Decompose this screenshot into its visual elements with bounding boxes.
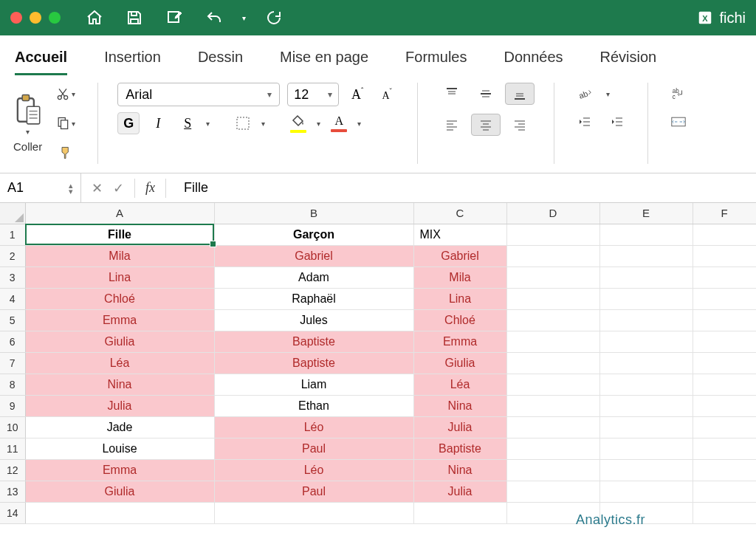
cell[interactable] bbox=[506, 374, 599, 395]
cell[interactable]: Mila bbox=[413, 266, 506, 288]
cell[interactable]: Nina bbox=[413, 395, 506, 416]
namebox-stepper-icon[interactable]: ▴▾ bbox=[69, 182, 73, 194]
underline-button[interactable]: S bbox=[176, 112, 199, 134]
cell[interactable]: Giulia bbox=[413, 352, 506, 374]
cell[interactable]: Emma bbox=[25, 459, 214, 481]
cell[interactable]: Paul bbox=[214, 481, 413, 502]
cancel-formula-icon[interactable]: ✕ bbox=[92, 180, 103, 196]
column-header[interactable]: D bbox=[506, 203, 599, 224]
column-header[interactable]: F bbox=[693, 203, 756, 224]
cell[interactable] bbox=[693, 481, 756, 502]
cell[interactable]: Adam bbox=[214, 266, 413, 288]
cell[interactable] bbox=[693, 352, 756, 374]
cell[interactable] bbox=[599, 395, 693, 416]
edit-icon[interactable] bbox=[162, 7, 186, 29]
cell[interactable]: Baptiste bbox=[214, 352, 413, 374]
tab-mise-en-page[interactable]: Mise en page bbox=[280, 44, 368, 75]
merge-cells-icon[interactable] bbox=[667, 111, 690, 133]
cell[interactable] bbox=[693, 374, 756, 395]
name-box[interactable]: A1 ▴▾ bbox=[0, 173, 81, 203]
cell[interactable]: Ethan bbox=[214, 395, 413, 416]
cell[interactable]: Baptiste bbox=[214, 331, 413, 352]
column-header[interactable]: A bbox=[25, 203, 214, 224]
cell[interactable] bbox=[599, 438, 693, 459]
cell[interactable] bbox=[599, 224, 693, 245]
cell[interactable] bbox=[506, 309, 599, 331]
cell[interactable]: Jules bbox=[214, 309, 413, 331]
column-header[interactable]: E bbox=[599, 203, 693, 224]
font-color-icon[interactable]: A bbox=[328, 112, 350, 134]
fill-color-dropdown-icon[interactable]: ▾ bbox=[317, 120, 320, 128]
cell[interactable]: Nina bbox=[413, 459, 506, 481]
cell[interactable] bbox=[693, 416, 756, 438]
cell[interactable] bbox=[693, 395, 756, 416]
align-bottom-icon[interactable] bbox=[505, 83, 535, 105]
tab-données[interactable]: Données bbox=[504, 44, 563, 75]
tab-accueil[interactable]: Accueil bbox=[15, 44, 67, 75]
cell[interactable] bbox=[693, 266, 756, 288]
row-header[interactable]: 11 bbox=[0, 438, 25, 459]
tab-formules[interactable]: Formules bbox=[405, 44, 467, 75]
cell[interactable] bbox=[693, 288, 756, 309]
cell[interactable]: Julia bbox=[25, 395, 214, 416]
undo-icon[interactable] bbox=[202, 7, 226, 29]
cell[interactable] bbox=[693, 245, 756, 266]
cell[interactable] bbox=[599, 309, 693, 331]
paste-dropdown-icon[interactable]: ▾ bbox=[26, 128, 30, 136]
cell[interactable]: Mila bbox=[25, 245, 214, 266]
cell[interactable]: Léa bbox=[25, 352, 214, 374]
cell[interactable] bbox=[506, 224, 599, 245]
row-header[interactable]: 5 bbox=[0, 309, 25, 331]
tab-révision[interactable]: Révision bbox=[600, 44, 657, 75]
cell[interactable] bbox=[506, 481, 599, 502]
redo-icon[interactable] bbox=[262, 7, 286, 29]
cell[interactable]: Louise bbox=[25, 438, 214, 459]
paste-button[interactable]: ▾ Coller bbox=[13, 94, 42, 153]
cell[interactable]: Léo bbox=[214, 416, 413, 438]
cell[interactable]: MIX bbox=[413, 224, 506, 245]
cell[interactable] bbox=[599, 416, 693, 438]
borders-dropdown-icon[interactable]: ▾ bbox=[261, 120, 265, 128]
font-size-select[interactable]: 12 ▾ bbox=[287, 83, 339, 106]
cell[interactable] bbox=[693, 224, 756, 245]
cell[interactable]: Gabriel bbox=[214, 245, 413, 266]
decrease-font-icon[interactable]: Aˇ bbox=[376, 83, 398, 106]
cell[interactable] bbox=[506, 438, 599, 459]
cell[interactable]: Lina bbox=[25, 266, 214, 288]
cell[interactable] bbox=[693, 502, 756, 523]
cell[interactable] bbox=[599, 245, 693, 266]
cut-icon[interactable]: ▾ bbox=[52, 83, 78, 105]
fill-color-icon[interactable] bbox=[287, 112, 309, 134]
font-name-select[interactable]: Arial ▾ bbox=[117, 83, 280, 106]
cell[interactable] bbox=[599, 374, 693, 395]
cell[interactable] bbox=[413, 502, 506, 523]
align-middle-icon[interactable] bbox=[471, 83, 501, 105]
column-header[interactable]: C bbox=[413, 203, 506, 224]
row-header[interactable]: 3 bbox=[0, 266, 25, 288]
cell[interactable] bbox=[599, 266, 693, 288]
cell[interactable]: Chloé bbox=[413, 309, 506, 331]
cell[interactable]: Liam bbox=[214, 374, 413, 395]
align-left-icon[interactable] bbox=[437, 114, 467, 136]
row-header[interactable]: 8 bbox=[0, 374, 25, 395]
cell[interactable]: Paul bbox=[214, 438, 413, 459]
cell[interactable]: Giulia bbox=[25, 331, 214, 352]
maximize-window-icon[interactable] bbox=[49, 12, 61, 24]
cell[interactable]: Raphaël bbox=[214, 288, 413, 309]
row-header[interactable]: 14 bbox=[0, 502, 25, 523]
save-icon[interactable] bbox=[123, 7, 146, 29]
cell[interactable] bbox=[693, 438, 756, 459]
row-header[interactable]: 12 bbox=[0, 459, 25, 481]
bold-button[interactable]: G bbox=[117, 112, 140, 134]
cell[interactable]: Julia bbox=[413, 416, 506, 438]
cell[interactable]: Jade bbox=[25, 416, 214, 438]
cell[interactable] bbox=[506, 459, 599, 481]
increase-font-icon[interactable]: Aˆ bbox=[346, 83, 368, 106]
cell[interactable]: Garçon bbox=[214, 224, 413, 245]
row-header[interactable]: 2 bbox=[0, 245, 25, 266]
cell[interactable]: Lina bbox=[413, 288, 506, 309]
cell[interactable] bbox=[506, 245, 599, 266]
wrap-text-icon[interactable]: abc bbox=[667, 83, 690, 105]
formula-input[interactable]: Fille bbox=[176, 180, 756, 196]
orientation-dropdown-icon[interactable]: ▾ bbox=[606, 90, 610, 98]
